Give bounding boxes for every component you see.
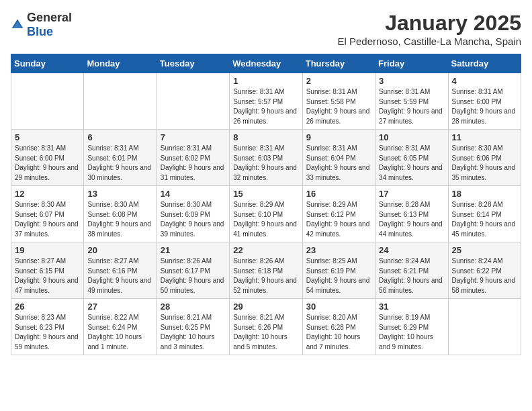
day-cell: 19Sunrise: 8:27 AM Sunset: 6:15 PM Dayli… [11, 242, 84, 299]
week-row-3: 12Sunrise: 8:30 AM Sunset: 6:07 PM Dayli… [11, 186, 521, 242]
day-info: Sunrise: 8:21 AM Sunset: 6:26 PM Dayligh… [233, 314, 287, 351]
day-number: 30 [306, 302, 371, 312]
day-cell: 25Sunrise: 8:24 AM Sunset: 6:22 PM Dayli… [448, 242, 521, 299]
header: General Blue January 2025 El Pedernoso, … [11, 11, 521, 47]
day-info: Sunrise: 8:31 AM Sunset: 6:03 PM Dayligh… [233, 144, 297, 181]
week-row-4: 19Sunrise: 8:27 AM Sunset: 6:15 PM Dayli… [11, 242, 521, 299]
weekday-header-wednesday: Wednesday [230, 54, 302, 73]
month-title: January 2025 [338, 11, 522, 36]
day-number: 5 [15, 132, 80, 142]
day-cell: 1Sunrise: 8:31 AM Sunset: 5:57 PM Daylig… [230, 73, 302, 130]
day-cell: 26Sunrise: 8:23 AM Sunset: 6:23 PM Dayli… [11, 299, 84, 355]
day-number: 17 [379, 189, 444, 199]
day-info: Sunrise: 8:20 AM Sunset: 6:28 PM Dayligh… [306, 314, 361, 351]
day-number: 4 [452, 76, 517, 86]
day-number: 9 [306, 132, 371, 142]
day-info: Sunrise: 8:31 AM Sunset: 5:58 PM Dayligh… [306, 88, 370, 125]
day-cell: 30Sunrise: 8:20 AM Sunset: 6:28 PM Dayli… [302, 299, 375, 355]
day-number: 28 [161, 302, 226, 312]
logo-blue: Blue [27, 25, 53, 38]
day-cell: 9Sunrise: 8:31 AM Sunset: 6:04 PM Daylig… [302, 130, 375, 186]
day-number: 2 [306, 76, 371, 86]
day-cell: 27Sunrise: 8:22 AM Sunset: 6:24 PM Dayli… [84, 299, 157, 355]
day-number: 25 [452, 245, 517, 255]
day-number: 31 [379, 302, 444, 312]
day-cell: 28Sunrise: 8:21 AM Sunset: 6:25 PM Dayli… [157, 299, 229, 355]
day-info: Sunrise: 8:25 AM Sunset: 6:19 PM Dayligh… [306, 257, 370, 294]
day-number: 3 [379, 76, 444, 86]
day-cell [84, 73, 157, 130]
day-info: Sunrise: 8:30 AM Sunset: 6:07 PM Dayligh… [15, 201, 79, 238]
day-cell: 2Sunrise: 8:31 AM Sunset: 5:58 PM Daylig… [302, 73, 375, 130]
location-title: El Pedernoso, Castille-La Mancha, Spain [338, 36, 522, 47]
day-info: Sunrise: 8:19 AM Sunset: 6:29 PM Dayligh… [379, 314, 433, 351]
weekday-header-thursday: Thursday [302, 54, 375, 73]
logo-general: General [27, 11, 72, 24]
day-number: 12 [15, 189, 80, 199]
day-cell: 16Sunrise: 8:29 AM Sunset: 6:12 PM Dayli… [302, 186, 375, 242]
day-info: Sunrise: 8:29 AM Sunset: 6:12 PM Dayligh… [306, 201, 370, 238]
day-info: Sunrise: 8:24 AM Sunset: 6:21 PM Dayligh… [379, 257, 443, 294]
day-cell: 3Sunrise: 8:31 AM Sunset: 5:59 PM Daylig… [375, 73, 448, 130]
title-area: January 2025 El Pedernoso, Castille-La M… [338, 11, 522, 47]
day-number: 14 [161, 189, 226, 199]
day-info: Sunrise: 8:31 AM Sunset: 6:05 PM Dayligh… [379, 144, 443, 181]
day-cell: 10Sunrise: 8:31 AM Sunset: 6:05 PM Dayli… [375, 130, 448, 186]
day-number: 7 [161, 132, 226, 142]
day-info: Sunrise: 8:31 AM Sunset: 5:57 PM Dayligh… [233, 88, 297, 125]
day-number: 8 [233, 132, 298, 142]
day-cell: 8Sunrise: 8:31 AM Sunset: 6:03 PM Daylig… [230, 130, 302, 186]
day-info: Sunrise: 8:30 AM Sunset: 6:06 PM Dayligh… [452, 144, 516, 181]
day-cell: 29Sunrise: 8:21 AM Sunset: 6:26 PM Dayli… [230, 299, 302, 355]
day-number: 21 [161, 245, 226, 255]
day-cell: 23Sunrise: 8:25 AM Sunset: 6:19 PM Dayli… [302, 242, 375, 299]
day-cell: 7Sunrise: 8:31 AM Sunset: 6:02 PM Daylig… [157, 130, 229, 186]
day-info: Sunrise: 8:31 AM Sunset: 6:04 PM Dayligh… [306, 144, 370, 181]
day-number: 11 [452, 132, 517, 142]
day-cell: 4Sunrise: 8:31 AM Sunset: 6:00 PM Daylig… [448, 73, 521, 130]
day-cell: 11Sunrise: 8:30 AM Sunset: 6:06 PM Dayli… [448, 130, 521, 186]
weekday-header-row: SundayMondayTuesdayWednesdayThursdayFrid… [11, 54, 521, 73]
day-number: 16 [306, 189, 371, 199]
day-info: Sunrise: 8:24 AM Sunset: 6:22 PM Dayligh… [452, 257, 516, 294]
day-info: Sunrise: 8:28 AM Sunset: 6:13 PM Dayligh… [379, 201, 443, 238]
day-number: 20 [87, 245, 152, 255]
day-number: 15 [233, 189, 298, 199]
weekday-header-saturday: Saturday [448, 54, 521, 73]
day-info: Sunrise: 8:26 AM Sunset: 6:18 PM Dayligh… [233, 257, 297, 294]
day-number: 29 [233, 302, 298, 312]
day-number: 13 [87, 189, 152, 199]
day-cell [448, 299, 521, 355]
day-cell: 12Sunrise: 8:30 AM Sunset: 6:07 PM Dayli… [11, 186, 84, 242]
logo: General Blue [11, 11, 72, 39]
day-cell: 31Sunrise: 8:19 AM Sunset: 6:29 PM Dayli… [375, 299, 448, 355]
day-number: 1 [233, 76, 298, 86]
logo-text: General Blue [27, 11, 72, 39]
day-info: Sunrise: 8:31 AM Sunset: 6:02 PM Dayligh… [161, 144, 224, 181]
day-info: Sunrise: 8:27 AM Sunset: 6:15 PM Dayligh… [15, 257, 79, 294]
day-cell [157, 73, 229, 130]
weekday-header-friday: Friday [375, 54, 448, 73]
day-info: Sunrise: 8:29 AM Sunset: 6:10 PM Dayligh… [233, 201, 297, 238]
day-number: 22 [233, 245, 298, 255]
day-number: 18 [452, 189, 517, 199]
day-info: Sunrise: 8:31 AM Sunset: 5:59 PM Dayligh… [379, 88, 443, 125]
day-number: 19 [15, 245, 80, 255]
day-number: 24 [379, 245, 444, 255]
day-info: Sunrise: 8:27 AM Sunset: 6:16 PM Dayligh… [87, 257, 151, 294]
day-number: 10 [379, 132, 444, 142]
day-cell: 14Sunrise: 8:30 AM Sunset: 6:09 PM Dayli… [157, 186, 229, 242]
day-number: 23 [306, 245, 371, 255]
day-info: Sunrise: 8:21 AM Sunset: 6:25 PM Dayligh… [161, 314, 215, 351]
weekday-header-tuesday: Tuesday [157, 54, 229, 73]
day-info: Sunrise: 8:23 AM Sunset: 6:23 PM Dayligh… [15, 314, 79, 351]
day-number: 6 [87, 132, 152, 142]
day-info: Sunrise: 8:31 AM Sunset: 6:00 PM Dayligh… [452, 88, 516, 125]
day-cell: 13Sunrise: 8:30 AM Sunset: 6:08 PM Dayli… [84, 186, 157, 242]
weekday-header-monday: Monday [84, 54, 157, 73]
day-number: 26 [15, 302, 80, 312]
day-cell: 20Sunrise: 8:27 AM Sunset: 6:16 PM Dayli… [84, 242, 157, 299]
day-info: Sunrise: 8:31 AM Sunset: 6:01 PM Dayligh… [87, 144, 151, 181]
day-cell [11, 73, 84, 130]
day-cell: 17Sunrise: 8:28 AM Sunset: 6:13 PM Dayli… [375, 186, 448, 242]
